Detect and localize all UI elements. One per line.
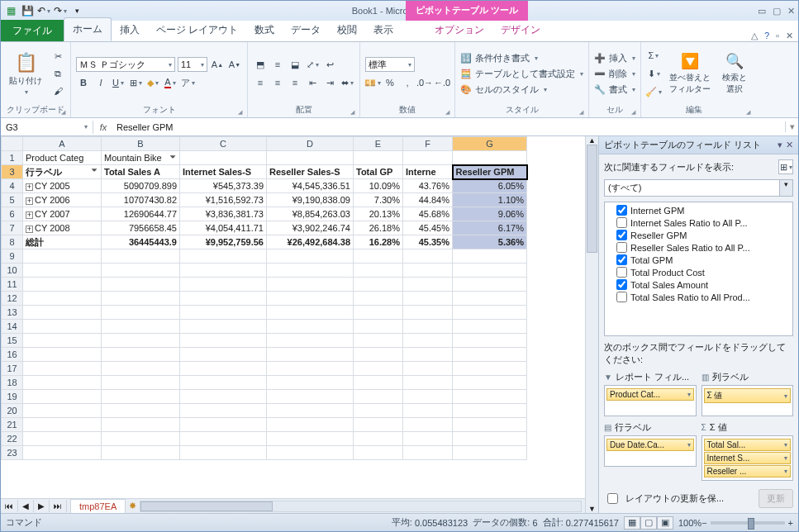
help-icon[interactable]: ? bbox=[764, 31, 769, 41]
expand-icon[interactable]: + bbox=[26, 211, 33, 219]
cell[interactable] bbox=[453, 278, 527, 292]
cell[interactable] bbox=[354, 432, 403, 446]
cell[interactable]: +CY 2006 bbox=[23, 193, 102, 207]
fill-color-button[interactable]: ◆▾ bbox=[145, 75, 160, 90]
doc-restore-icon[interactable]: ▫ bbox=[776, 31, 779, 41]
cell[interactable]: ¥545,373.39 bbox=[180, 179, 267, 193]
cell[interactable]: ¥8,854,263.03 bbox=[267, 207, 354, 221]
cell[interactable]: 5.36% bbox=[453, 235, 527, 249]
tab-review[interactable]: 校閲 bbox=[329, 19, 365, 41]
field-chip[interactable]: Reseller ...▾ bbox=[704, 465, 792, 477]
cell[interactable] bbox=[23, 376, 102, 390]
cell[interactable] bbox=[23, 278, 102, 292]
view-layout-icon[interactable]: ▢ bbox=[640, 516, 657, 530]
sheet-nav-first[interactable]: ⏮ bbox=[1, 500, 18, 512]
col-header[interactable]: B bbox=[102, 137, 180, 151]
cell[interactable] bbox=[180, 320, 267, 334]
tab-formula[interactable]: 数式 bbox=[246, 19, 283, 41]
cell[interactable] bbox=[403, 249, 453, 264]
cell[interactable]: 行ラベル⏷ bbox=[23, 165, 102, 179]
formula-expand-icon[interactable]: ▾ bbox=[785, 121, 798, 132]
cell[interactable]: +CY 2008 bbox=[23, 221, 102, 235]
cell[interactable] bbox=[180, 292, 267, 306]
cut-icon[interactable]: ✂ bbox=[50, 49, 65, 64]
paste-button[interactable]: 📋貼り付け▾ bbox=[6, 50, 45, 97]
row-header[interactable]: 8 bbox=[2, 235, 23, 249]
view-pagebreak-icon[interactable]: ▣ bbox=[657, 516, 673, 530]
cell[interactable] bbox=[23, 306, 102, 320]
format-painter-icon[interactable]: 🖌 bbox=[50, 83, 65, 98]
cell[interactable] bbox=[453, 306, 527, 320]
field-checkbox[interactable] bbox=[616, 267, 627, 278]
cell[interactable] bbox=[180, 151, 267, 165]
field-checkbox[interactable] bbox=[616, 254, 627, 265]
cell[interactable] bbox=[403, 432, 453, 446]
field-chip[interactable]: Product Cat...▾ bbox=[606, 388, 694, 401]
row-header[interactable]: 5 bbox=[2, 193, 23, 207]
align-middle-icon[interactable]: ≡ bbox=[270, 57, 285, 72]
format-cells-button[interactable]: 🔧書式▾ bbox=[594, 83, 635, 96]
ribbon-minimize-icon[interactable]: △ bbox=[751, 31, 758, 41]
field-checkbox[interactable] bbox=[616, 242, 627, 253]
cell[interactable] bbox=[180, 278, 267, 292]
vscroll-up[interactable]: ▲ bbox=[586, 136, 598, 145]
cell[interactable] bbox=[453, 390, 527, 404]
field-item[interactable]: Reseller Sales Ratio to All P... bbox=[616, 241, 791, 254]
cell[interactable] bbox=[102, 446, 180, 460]
pane-layout-icon[interactable]: ⊞▾ bbox=[778, 159, 793, 174]
wrap-icon[interactable]: ↩ bbox=[322, 57, 337, 72]
cell-styles-button[interactable]: 🎨セルのスタイル▾ bbox=[460, 83, 583, 96]
cell[interactable]: 36445443.9 bbox=[102, 235, 180, 249]
expand-icon[interactable]: + bbox=[26, 226, 33, 233]
cell[interactable] bbox=[403, 446, 453, 460]
cell[interactable] bbox=[23, 404, 102, 418]
cell[interactable] bbox=[403, 320, 453, 334]
h-scrollbar[interactable] bbox=[140, 501, 582, 512]
update-button[interactable]: 更新 bbox=[759, 489, 793, 508]
copy-icon[interactable]: ⧉ bbox=[50, 66, 65, 81]
cell[interactable] bbox=[267, 320, 354, 334]
cell[interactable] bbox=[23, 432, 102, 446]
cell[interactable] bbox=[354, 376, 403, 390]
formula-input[interactable]: Reseller GPM bbox=[113, 121, 785, 134]
cell[interactable] bbox=[102, 432, 180, 446]
cell[interactable] bbox=[403, 292, 453, 306]
cell[interactable] bbox=[267, 446, 354, 460]
cell[interactable]: 10707430.82 bbox=[102, 193, 180, 207]
fill-icon[interactable]: ⬇▾ bbox=[646, 66, 661, 81]
cell[interactable]: 16.28% bbox=[354, 235, 403, 249]
sheet-tab[interactable]: tmp87EA bbox=[70, 499, 126, 513]
field-list[interactable]: Internet GPMInternet Sales Ratio to All … bbox=[604, 202, 793, 336]
cond-format-button[interactable]: 🔢条件付き書式▾ bbox=[460, 52, 583, 64]
filter-icon[interactable]: ⏷ bbox=[169, 153, 177, 161]
col-header[interactable]: G bbox=[453, 137, 527, 151]
cell[interactable]: 7956658.45 bbox=[102, 221, 180, 235]
cell[interactable]: ¥1,516,592.73 bbox=[180, 193, 267, 207]
cell[interactable]: ¥9,952,759.56 bbox=[180, 235, 267, 249]
cell[interactable]: 7.30% bbox=[354, 193, 403, 207]
autosum-icon[interactable]: Σ▾ bbox=[646, 48, 661, 63]
merge-icon[interactable]: ⬌▾ bbox=[340, 75, 354, 90]
cell[interactable]: 45.68% bbox=[403, 207, 453, 221]
cell[interactable] bbox=[354, 292, 403, 306]
cell[interactable]: 6.17% bbox=[453, 221, 527, 235]
pane-dropdown-icon[interactable]: ▾ bbox=[778, 140, 782, 150]
cell[interactable] bbox=[102, 348, 180, 362]
cell[interactable] bbox=[180, 418, 267, 432]
undo-icon[interactable]: ↶▾ bbox=[37, 4, 50, 17]
cell[interactable] bbox=[267, 362, 354, 376]
cell[interactable] bbox=[23, 348, 102, 362]
cell[interactable] bbox=[453, 292, 527, 306]
cell[interactable] bbox=[180, 432, 267, 446]
cell[interactable] bbox=[23, 320, 102, 334]
cell[interactable] bbox=[102, 334, 180, 348]
cell[interactable] bbox=[23, 249, 102, 264]
cell[interactable]: 総計 bbox=[23, 235, 102, 249]
cell[interactable] bbox=[354, 278, 403, 292]
view-normal-icon[interactable]: ▦ bbox=[624, 516, 640, 530]
cell[interactable] bbox=[403, 362, 453, 376]
cell[interactable] bbox=[453, 418, 527, 432]
number-format-combo[interactable]: 標準▾ bbox=[365, 57, 415, 72]
cell[interactable]: +CY 2007 bbox=[23, 207, 102, 221]
cell[interactable] bbox=[102, 264, 180, 278]
